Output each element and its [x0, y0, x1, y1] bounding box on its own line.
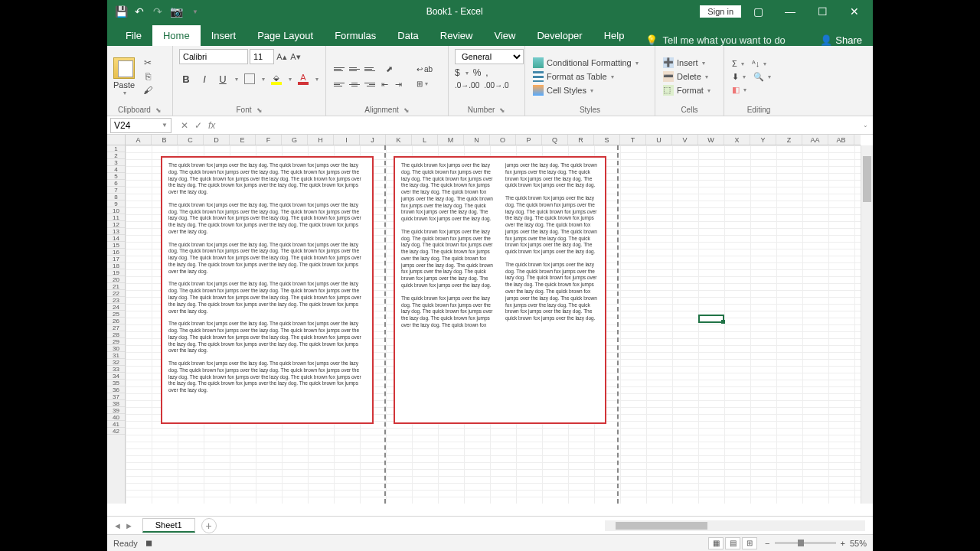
row-header[interactable]: 29	[107, 338, 125, 345]
row-header[interactable]: 7	[107, 187, 125, 194]
zoom-level[interactable]: 55%	[850, 539, 867, 548]
select-all-corner[interactable]	[107, 135, 126, 145]
row-headers[interactable]: 1234567891011121314151617181920212223242…	[107, 145, 126, 504]
delete-cells-button[interactable]: ➖Delete▾	[662, 70, 712, 83]
column-header[interactable]: Z	[776, 135, 802, 145]
column-header[interactable]: Q	[542, 135, 568, 145]
row-header[interactable]: 2	[107, 152, 125, 159]
redo-icon[interactable]: ↷	[152, 5, 164, 18]
row-header[interactable]: 18	[107, 262, 125, 269]
fill-color-button[interactable]: ⬙	[270, 72, 283, 86]
formula-input[interactable]	[221, 118, 858, 133]
sort-filter-icon[interactable]: ᴬ↓	[752, 59, 760, 69]
align-bottom-icon[interactable]	[363, 63, 377, 75]
dialog-launcher-icon[interactable]: ⬊	[499, 106, 505, 114]
row-header[interactable]: 6	[107, 180, 125, 187]
row-header[interactable]: 31	[107, 352, 125, 359]
row-header[interactable]: 3	[107, 159, 125, 166]
percent-icon[interactable]: %	[473, 67, 482, 78]
row-header[interactable]: 10	[107, 207, 125, 214]
dialog-launcher-icon[interactable]: ⬊	[155, 106, 162, 114]
italic-button[interactable]: I	[198, 72, 211, 86]
row-header[interactable]: 9	[107, 201, 125, 207]
align-middle-icon[interactable]	[348, 63, 361, 75]
row-header[interactable]: 37	[107, 393, 125, 400]
row-header[interactable]: 14	[107, 235, 125, 242]
dialog-launcher-icon[interactable]: ⬊	[256, 106, 263, 114]
increase-font-icon[interactable]: A▴	[276, 51, 288, 63]
number-format-select[interactable]: General	[455, 49, 524, 64]
column-header[interactable]: W	[698, 135, 724, 145]
tab-review[interactable]: Review	[430, 25, 484, 46]
tab-data[interactable]: Data	[387, 25, 429, 46]
increase-decimal-icon[interactable]: .0→.00	[455, 81, 479, 90]
sheet-nav-next-icon[interactable]: ►	[125, 521, 133, 530]
row-header[interactable]: 5	[107, 173, 125, 180]
minimize-icon[interactable]: —	[775, 0, 805, 23]
row-header[interactable]: 34	[107, 373, 125, 380]
row-header[interactable]: 19	[107, 269, 125, 276]
increase-indent-icon[interactable]: ⇥	[392, 78, 404, 90]
camera-icon[interactable]: 📷	[170, 5, 182, 18]
column-header[interactable]: A	[126, 135, 152, 145]
border-button[interactable]	[243, 72, 256, 86]
column-header[interactable]: F	[256, 135, 282, 145]
zoom-out-icon[interactable]: −	[765, 539, 769, 548]
ribbon-display-icon[interactable]: ▢	[743, 0, 773, 23]
column-header[interactable]: I	[334, 135, 360, 145]
text-box[interactable]: The quick brown fox jumps over the lazy …	[161, 156, 374, 424]
column-header[interactable]: X	[724, 135, 750, 145]
wrap-text-button[interactable]: ↩ab	[413, 64, 436, 75]
page-layout-view-icon[interactable]: ▤	[725, 537, 740, 549]
align-top-icon[interactable]	[332, 63, 346, 75]
undo-icon[interactable]: ↶	[133, 5, 145, 18]
row-header[interactable]: 39	[107, 407, 125, 414]
column-header[interactable]: U	[646, 135, 672, 145]
tab-page-layout[interactable]: Page Layout	[247, 25, 324, 46]
align-center-icon[interactable]	[348, 78, 361, 90]
decrease-decimal-icon[interactable]: .00→.0	[484, 81, 508, 90]
decrease-font-icon[interactable]: A▾	[289, 51, 302, 63]
tab-developer[interactable]: Developer	[526, 25, 593, 46]
row-header[interactable]: 15	[107, 242, 125, 249]
row-header[interactable]: 16	[107, 249, 125, 256]
zoom-slider[interactable]	[775, 542, 836, 544]
column-header[interactable]: AA	[802, 135, 828, 145]
row-header[interactable]: 23	[107, 297, 125, 304]
column-header[interactable]: G	[282, 135, 308, 145]
macro-record-icon[interactable]: ◼	[145, 538, 152, 548]
merge-center-button[interactable]: ⊞▾	[413, 78, 436, 90]
tab-home[interactable]: Home	[152, 25, 201, 46]
column-header[interactable]: R	[568, 135, 594, 145]
tab-view[interactable]: View	[483, 25, 526, 46]
row-header[interactable]: 28	[107, 331, 125, 338]
row-header[interactable]: 21	[107, 283, 125, 290]
row-header[interactable]: 1	[107, 145, 125, 152]
row-header[interactable]: 4	[107, 166, 125, 173]
sheet-tab[interactable]: Sheet1	[142, 518, 195, 533]
underline-button[interactable]: U	[216, 72, 230, 86]
horizontal-scrollbar[interactable]	[605, 520, 865, 531]
row-header[interactable]: 17	[107, 256, 125, 262]
align-left-icon[interactable]	[332, 78, 346, 90]
column-header[interactable]: C	[178, 135, 204, 145]
expand-formula-icon[interactable]: ⌄	[858, 122, 873, 129]
tab-file[interactable]: File	[115, 25, 152, 46]
format-as-table-button[interactable]: Format as Table▾	[531, 70, 640, 83]
fx-icon[interactable]: fx	[208, 120, 215, 131]
cut-icon[interactable]: ✂	[141, 57, 155, 68]
column-header[interactable]: Y	[750, 135, 776, 145]
fill-button[interactable]: ⬇▾🔍▾	[730, 71, 773, 83]
column-header[interactable]: O	[490, 135, 516, 145]
cell-styles-button[interactable]: Cell Styles▾	[531, 84, 640, 96]
dialog-launcher-icon[interactable]: ⬊	[403, 106, 410, 114]
zoom-in-icon[interactable]: +	[841, 539, 845, 548]
column-header[interactable]: D	[204, 135, 230, 145]
share-button[interactable]: 👤 Share	[809, 34, 873, 46]
column-header[interactable]: P	[516, 135, 542, 145]
autosum-button[interactable]: Σ▾ᴬ↓▾	[730, 58, 773, 70]
copy-icon[interactable]: ⎘	[141, 71, 155, 82]
align-right-icon[interactable]	[363, 78, 377, 90]
row-header[interactable]: 41	[107, 421, 125, 428]
name-box[interactable]: V24▼	[110, 118, 172, 133]
